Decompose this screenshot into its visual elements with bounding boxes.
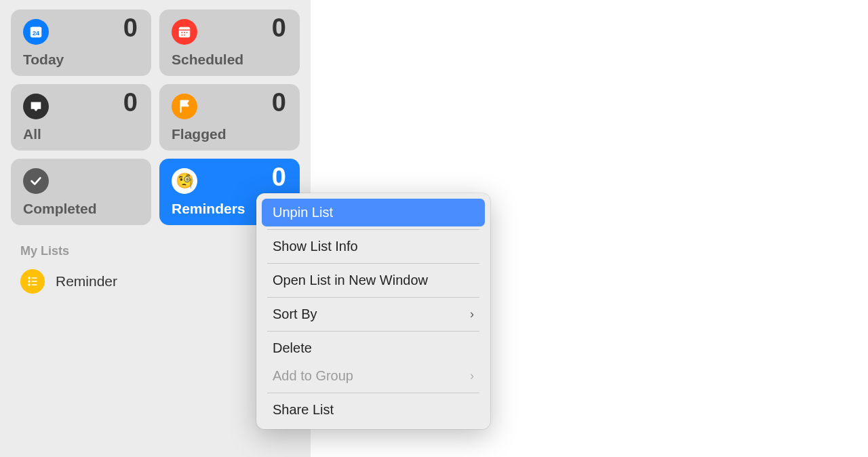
svg-point-14	[28, 283, 30, 285]
today-count: 0	[123, 14, 138, 43]
scheduled-label: Scheduled	[172, 52, 243, 68]
checkmark-icon	[23, 168, 49, 194]
svg-point-10	[28, 277, 30, 279]
svg-point-8	[181, 35, 182, 36]
context-menu: Unpin List Show List Info Open List in N…	[256, 193, 490, 429]
list-label: Reminder	[56, 273, 117, 290]
all-label: All	[23, 126, 41, 142]
flagged-count: 0	[272, 88, 286, 117]
reminders-label: Reminders	[172, 201, 245, 217]
smart-list-completed[interactable]: Completed	[11, 159, 151, 225]
all-count: 0	[123, 88, 138, 117]
menu-separator	[267, 297, 479, 298]
menu-item-label: Open List in New Window	[273, 273, 428, 288]
menu-separator	[267, 331, 479, 332]
menu-item-show-list-info[interactable]: Show List Info	[262, 233, 485, 260]
menu-item-label: Delete	[273, 340, 312, 356]
chevron-right-icon: ›	[470, 369, 474, 383]
menu-item-add-to-group: Add to Group ›	[262, 362, 485, 390]
menu-item-open-new-window[interactable]: Open List in New Window	[262, 266, 485, 294]
flagged-label: Flagged	[172, 126, 226, 142]
completed-label: Completed	[23, 201, 97, 217]
svg-point-6	[184, 32, 185, 33]
scheduled-count: 0	[272, 14, 286, 43]
svg-rect-11	[31, 277, 37, 279]
menu-item-delete[interactable]: Delete	[262, 334, 485, 362]
reminders-count: 0	[272, 163, 286, 192]
menu-item-label: Show List Info	[273, 239, 358, 254]
menu-item-label: Share List	[273, 402, 334, 418]
chevron-right-icon: ›	[470, 307, 474, 321]
menu-item-label: Sort By	[273, 306, 317, 322]
menu-item-label: Unpin List	[273, 205, 333, 220]
today-label: Today	[23, 52, 64, 68]
menu-separator	[267, 263, 479, 264]
flag-icon	[172, 94, 197, 119]
smart-lists-grid: 24 0 Today 0 Scheduled 0 All 0 Flagged	[11, 9, 300, 225]
svg-point-7	[186, 32, 188, 33]
svg-rect-15	[31, 284, 37, 285]
smart-list-flagged[interactable]: 0 Flagged	[159, 84, 300, 151]
smart-list-scheduled[interactable]: 0 Scheduled	[159, 9, 300, 76]
svg-rect-13	[31, 281, 37, 282]
smart-list-all[interactable]: 0 All	[11, 84, 151, 151]
svg-point-12	[28, 280, 30, 282]
face-monocle-icon: 🧐	[172, 168, 197, 194]
svg-point-5	[181, 32, 182, 33]
inbox-icon	[23, 94, 49, 119]
svg-text:24: 24	[33, 30, 40, 37]
calendar-today-icon: 24	[23, 19, 49, 45]
list-bullet-icon	[20, 269, 45, 294]
smart-list-today[interactable]: 24 0 Today	[11, 9, 151, 76]
menu-item-sort-by[interactable]: Sort By ›	[262, 300, 485, 328]
menu-separator	[267, 229, 479, 230]
menu-item-unpin-list[interactable]: Unpin List	[262, 199, 485, 226]
menu-separator	[267, 393, 479, 393]
calendar-icon	[172, 19, 197, 45]
svg-point-9	[184, 35, 185, 36]
menu-item-label: Add to Group	[273, 368, 353, 384]
menu-item-share-list[interactable]: Share List	[262, 396, 485, 424]
